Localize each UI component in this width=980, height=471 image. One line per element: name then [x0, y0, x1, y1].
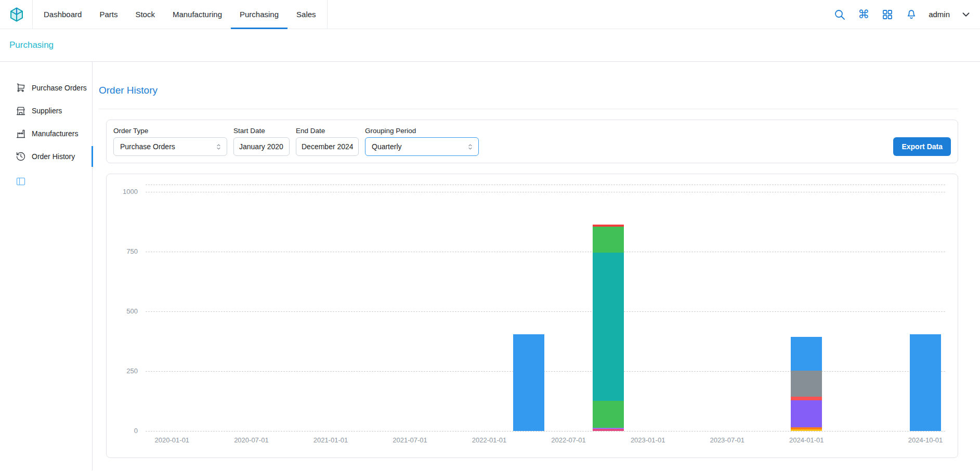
chart-bar-segment[interactable] — [791, 337, 822, 370]
shopping-cart-icon — [16, 83, 26, 93]
app-logo-icon[interactable] — [8, 6, 25, 23]
y-axis-tick-label: 750 — [109, 247, 138, 255]
app-window: Dashboard Parts Stock Manufacturing Purc… — [0, 0, 980, 471]
gridline — [146, 192, 945, 192]
breadcrumb: Purchasing — [0, 29, 980, 62]
grouping-period-field: Grouping Period Quarterly — [365, 127, 479, 156]
sidebar-item-purchase-orders[interactable]: Purchase Orders — [0, 76, 92, 99]
end-date-field: End Date — [296, 127, 359, 156]
chevron-down-icon[interactable] — [960, 9, 972, 20]
plot-top-boundary — [146, 185, 945, 185]
history-icon — [16, 151, 26, 162]
barcode-scan-icon[interactable] — [881, 8, 894, 21]
chart-bar-segment[interactable] — [593, 429, 624, 431]
gridline — [146, 252, 945, 252]
search-icon[interactable] — [833, 8, 846, 21]
y-axis-tick-label: 500 — [109, 307, 138, 315]
tab-purchasing[interactable]: Purchasing — [231, 0, 288, 29]
x-axis-tick-label: 2020-01-01 — [146, 436, 198, 444]
x-axis-tick-label: 2024-10-01 — [899, 436, 951, 444]
order-type-value: Purchase Orders — [120, 142, 175, 151]
selector-chevrons-icon — [466, 143, 474, 151]
end-date-input[interactable] — [296, 137, 359, 156]
y-axis-tick-label: 250 — [109, 367, 138, 375]
sidebar-item-label: Suppliers — [32, 107, 62, 115]
order-type-label: Order Type — [113, 127, 227, 135]
start-date-field: Start Date — [233, 127, 290, 156]
chart-bar-segment[interactable] — [593, 253, 624, 401]
sidebar-item-order-history[interactable]: Order History — [0, 145, 92, 168]
y-axis-tick-label: 0 — [109, 427, 138, 435]
tab-sales[interactable]: Sales — [288, 0, 325, 29]
filter-panel: Order Type Purchase Orders Start Date En… — [106, 120, 958, 163]
order-history-chart-card: 025050075010002020-01-012020-07-012021-0… — [106, 174, 958, 458]
gridline — [146, 371, 945, 372]
x-axis-tick-label: 2023-07-01 — [701, 436, 753, 444]
x-axis-tick-label: 2022-01-01 — [463, 436, 515, 444]
chart-bar-segment[interactable] — [791, 427, 822, 429]
title-divider — [99, 109, 958, 109]
main-nav-tabs: Dashboard Parts Stock Manufacturing Purc… — [32, 0, 328, 29]
chart-bar-segment[interactable] — [513, 334, 544, 431]
start-date-label: Start Date — [233, 127, 290, 135]
chart-bar-segment[interactable] — [791, 400, 822, 427]
end-date-label: End Date — [296, 127, 359, 135]
navbar-actions: ⌘ admin — [833, 8, 972, 21]
chart-bar-segment[interactable] — [593, 428, 624, 429]
order-type-select[interactable]: Purchase Orders — [113, 137, 227, 156]
chart-bar-segment[interactable] — [791, 429, 822, 431]
content-area: Purchase Orders Suppliers Manufacturers — [0, 62, 980, 470]
chart-bar-segment[interactable] — [910, 334, 941, 431]
chart-bar-segment[interactable] — [791, 397, 822, 400]
tab-stock[interactable]: Stock — [126, 0, 164, 29]
chart-bar-segment[interactable] — [593, 225, 624, 227]
sidebar-collapse-icon[interactable] — [16, 176, 26, 187]
sidebar-item-label: Purchase Orders — [32, 84, 87, 92]
factory-icon — [16, 128, 26, 139]
sidebar: Purchase Orders Suppliers Manufacturers — [0, 62, 93, 470]
grouping-period-select[interactable]: Quarterly — [365, 137, 479, 156]
x-axis-tick-label: 2020-07-01 — [225, 436, 277, 444]
chart-plot: 025050075010002020-01-012020-07-012021-0… — [107, 174, 958, 457]
sidebar-item-label: Order History — [32, 152, 75, 161]
x-axis-tick-label: 2023-01-01 — [622, 436, 674, 444]
user-menu-label[interactable]: admin — [929, 10, 950, 19]
top-navbar: Dashboard Parts Stock Manufacturing Purc… — [0, 0, 980, 29]
tab-manufacturing[interactable]: Manufacturing — [164, 0, 231, 29]
gridline — [146, 431, 945, 431]
export-data-button[interactable]: Export Data — [893, 137, 951, 156]
grouping-period-label: Grouping Period — [365, 127, 479, 135]
tab-parts[interactable]: Parts — [90, 0, 126, 29]
building-store-icon — [16, 106, 26, 116]
sidebar-item-manufacturers[interactable]: Manufacturers — [0, 122, 92, 145]
y-axis-tick-label: 1000 — [109, 188, 138, 195]
start-date-input[interactable] — [233, 137, 290, 156]
tab-dashboard[interactable]: Dashboard — [35, 0, 90, 29]
order-type-field: Order Type Purchase Orders — [113, 127, 227, 156]
sidebar-item-suppliers[interactable]: Suppliers — [0, 99, 92, 122]
chart-bar-segment[interactable] — [791, 371, 822, 397]
x-axis-tick-label: 2022-07-01 — [543, 436, 595, 444]
chart-bar-segment[interactable] — [593, 401, 624, 428]
x-axis-tick-label: 2021-01-01 — [305, 436, 357, 444]
sidebar-item-label: Manufacturers — [32, 129, 78, 138]
page-title: Order History — [99, 85, 958, 96]
command-palette-icon[interactable]: ⌘ — [857, 8, 870, 21]
chart-bar-segment[interactable] — [593, 227, 624, 253]
x-axis-tick-label: 2024-01-01 — [780, 436, 832, 444]
grouping-period-value: Quarterly — [372, 142, 402, 151]
x-axis-tick-label: 2021-07-01 — [384, 436, 436, 444]
notifications-bell-icon[interactable] — [905, 8, 918, 21]
main-panel: Order History Order Type Purchase Orders… — [93, 62, 980, 470]
selector-chevrons-icon — [215, 143, 223, 151]
gridline — [146, 311, 945, 312]
breadcrumb-purchasing[interactable]: Purchasing — [9, 40, 54, 50]
